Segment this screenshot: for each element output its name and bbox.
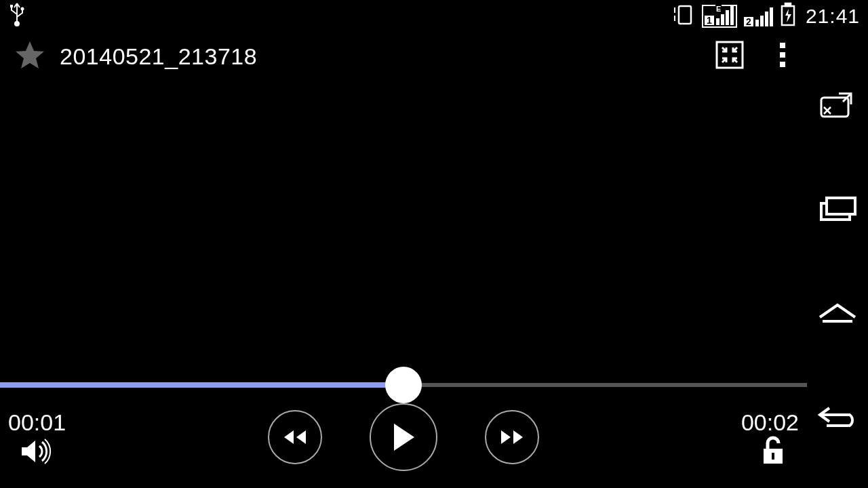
nav-home-button[interactable] [817,292,858,333]
svg-rect-15 [772,453,774,460]
system-nav-bar [807,33,868,488]
play-button[interactable] [370,403,437,471]
forward-button[interactable] [485,410,539,464]
battery-charging-icon [780,2,796,31]
svg-rect-5 [785,3,791,6]
svg-rect-3 [679,6,691,24]
seek-fill [0,382,403,388]
nav-share-button[interactable] [817,85,858,125]
sim2-signal-icon: 2 [743,5,774,28]
svg-rect-8 [780,52,785,58]
clock: 21:41 [806,5,860,28]
lock-button[interactable] [757,435,787,468]
sim2-label: 2 [744,17,753,26]
nav-back-button[interactable] [817,396,858,436]
screen-fit-icon[interactable] [715,40,745,73]
seek-bar[interactable] [0,365,807,405]
sim1-signal-icon: E 1 [702,5,737,28]
video-area[interactable]: 00:01 00:02 [0,80,807,488]
sim1-label: 1 [705,16,714,25]
video-title: 20140521_213718 [60,43,701,70]
svg-rect-12 [827,198,855,214]
title-bar: 20140521_213718 [0,33,868,80]
svg-rect-9 [780,62,785,67]
volume-button[interactable] [20,438,53,468]
nav-recent-button[interactable] [817,188,858,229]
vibrate-icon [672,3,696,30]
favorite-star-icon[interactable] [14,39,46,74]
seek-thumb[interactable] [385,367,422,403]
overflow-menu-icon[interactable] [778,40,787,73]
svg-rect-7 [780,43,785,48]
rewind-button[interactable] [268,410,322,464]
svg-rect-1 [10,5,13,7]
svg-point-2 [21,7,24,10]
status-bar: E 1 2 21:41 [0,0,868,33]
svg-point-0 [15,22,19,26]
svg-rect-6 [717,42,743,68]
playback-controls [0,400,807,474]
usb-icon [8,2,26,31]
data-type-label: E [715,5,722,13]
